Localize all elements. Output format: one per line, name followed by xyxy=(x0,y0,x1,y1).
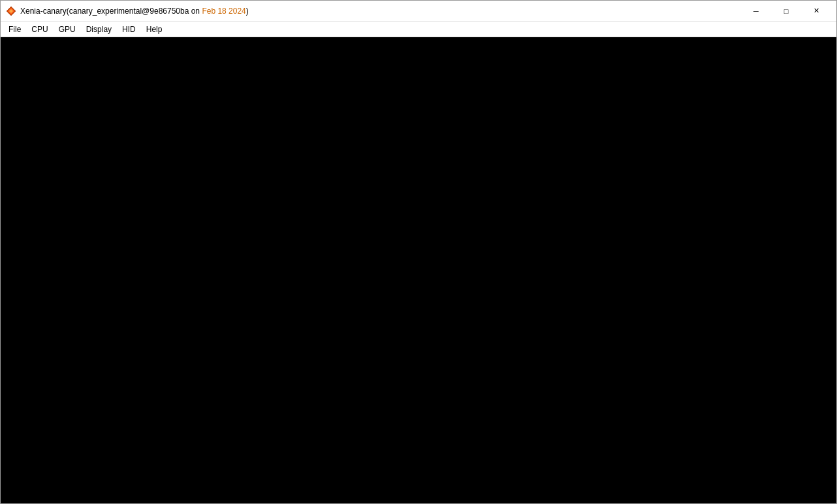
minimize-button[interactable]: ─ xyxy=(741,1,771,22)
title-bar: Xenia-canary(canary_experimental@9e86750… xyxy=(1,1,836,22)
window-title: Xenia-canary(canary_experimental@9e86750… xyxy=(20,7,249,16)
menu-bar: File CPU GPU Display HID Help xyxy=(1,22,836,37)
menu-item-hid[interactable]: HID xyxy=(117,22,141,37)
maximize-button[interactable]: □ xyxy=(771,1,801,22)
content-area xyxy=(1,37,836,503)
menu-item-display[interactable]: Display xyxy=(81,22,117,37)
window-controls: ─ □ ✕ xyxy=(741,1,831,22)
menu-item-cpu[interactable]: CPU xyxy=(26,22,53,37)
main-window: Xenia-canary(canary_experimental@9e86750… xyxy=(0,0,837,504)
menu-item-file[interactable]: File xyxy=(3,22,26,37)
title-bar-left: Xenia-canary(canary_experimental@9e86750… xyxy=(6,6,249,16)
app-icon xyxy=(6,6,16,16)
menu-item-help[interactable]: Help xyxy=(141,22,168,37)
menu-item-gpu[interactable]: GPU xyxy=(54,22,81,37)
close-button[interactable]: ✕ xyxy=(801,1,831,22)
